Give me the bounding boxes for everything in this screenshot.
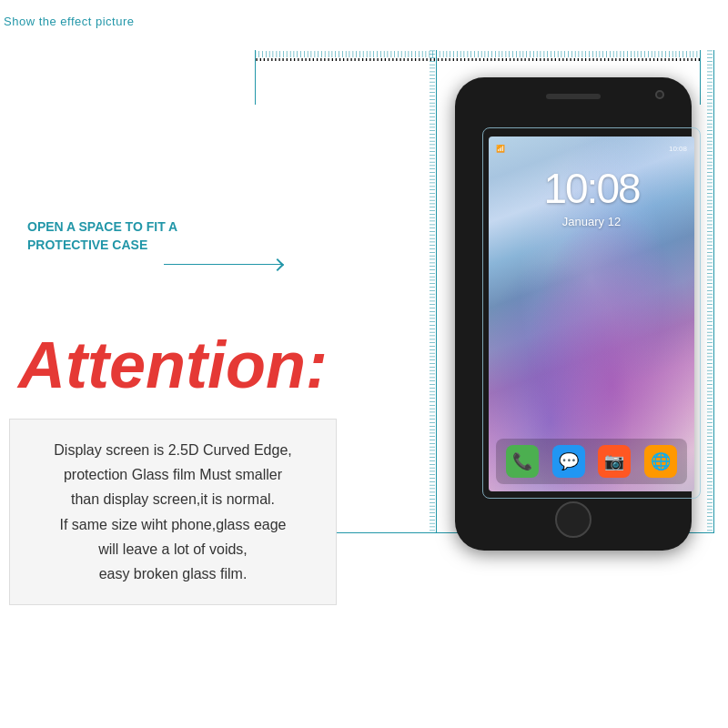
app-icon-browser: 🌐 [644, 445, 677, 478]
phone-apps-bar: 📞 💬 📷 🌐 [496, 439, 687, 484]
description-text: Display screen is 2.5D Curved Edge, prot… [32, 438, 314, 586]
phone-home-button [555, 501, 592, 538]
attention-heading: Attention: [18, 328, 328, 402]
ruler-left-mark [255, 50, 256, 105]
status-time: 10:08 [669, 145, 687, 153]
phone-shell: 📶 10:08 10:08 January 12 📞 💬 📷 🌐 [455, 77, 692, 551]
phone-time-display: 10:08 [489, 164, 694, 213]
protective-case-annotation: OPEN A SPACE TO FIT A PROTECTIVE CASE [27, 218, 182, 254]
phone-clock: 10:08 January 12 [489, 164, 694, 228]
phone-date-display: January 12 [489, 215, 694, 228]
description-box: Display screen is 2.5D Curved Edge, prot… [9, 419, 337, 605]
phone-screen: 📶 10:08 10:08 January 12 📞 💬 📷 🌐 [489, 136, 694, 491]
phone-container: 📶 10:08 10:08 January 12 📞 💬 📷 🌐 [437, 50, 710, 560]
app-icon-phone: 📞 [506, 445, 539, 478]
effect-picture-label: Show the effect picture [4, 15, 135, 28]
phone-camera [655, 90, 664, 99]
app-icon-camera: 📷 [598, 445, 631, 478]
ruler-right-line [713, 50, 714, 532]
app-icon-messages: 💬 [552, 445, 585, 478]
phone-speaker [546, 94, 601, 99]
annotation-arrow [164, 264, 282, 265]
status-bar: 📶 10:08 [489, 140, 694, 157]
status-icons: 📶 [496, 145, 505, 153]
